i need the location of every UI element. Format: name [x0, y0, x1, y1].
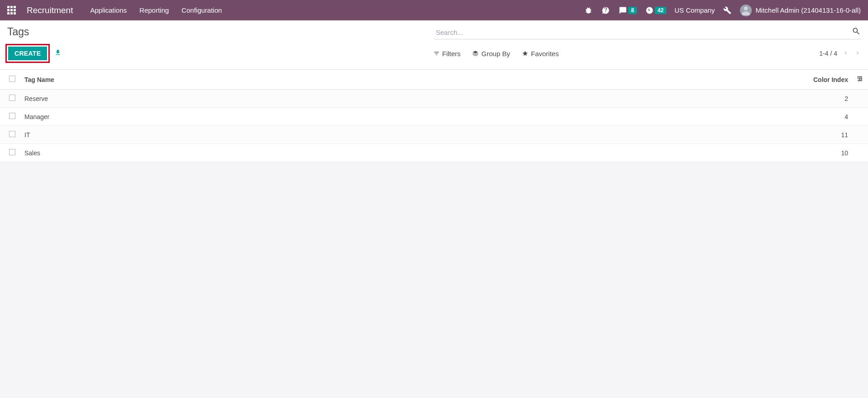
filters-button[interactable]: Filters: [433, 50, 461, 58]
messages-button[interactable]: 8: [618, 6, 637, 15]
cell-color: 4: [415, 108, 852, 126]
filter-icon: [433, 50, 440, 57]
clock-icon: [645, 6, 654, 15]
svg-rect-7: [858, 80, 859, 81]
svg-point-5: [859, 80, 860, 82]
pager-prev[interactable]: [843, 50, 849, 58]
svg-rect-2: [859, 77, 863, 77]
control-panel: Tags CREATE Filters Group By F: [0, 20, 868, 70]
col-color-index[interactable]: Color Index: [415, 70, 852, 90]
groupby-label: Group By: [481, 50, 510, 58]
page-title: Tags: [7, 26, 29, 38]
messages-icon: [618, 6, 627, 15]
row-checkbox[interactable]: [9, 113, 15, 119]
nav-configuration[interactable]: Configuration: [181, 6, 222, 14]
favorites-button[interactable]: Favorites: [522, 50, 559, 58]
svg-point-0: [744, 6, 748, 10]
cell-color: 2: [415, 90, 852, 108]
cell-name: Reserve: [20, 90, 415, 108]
company-switcher[interactable]: US Company: [674, 6, 715, 14]
layers-icon: [472, 50, 479, 57]
debug-icon[interactable]: [584, 6, 593, 15]
cell-color: 10: [415, 144, 852, 162]
svg-rect-6: [860, 80, 862, 81]
column-options-icon[interactable]: [856, 77, 863, 84]
groupby-button[interactable]: Group By: [472, 50, 510, 58]
cell-name: Manager: [20, 108, 415, 126]
avatar: [740, 5, 752, 16]
activities-button[interactable]: 42: [645, 6, 666, 15]
support-icon[interactable]: [601, 6, 610, 15]
user-menu[interactable]: Mitchell Admin (21404131-16-0-all): [740, 5, 861, 16]
select-all-checkbox[interactable]: [9, 76, 15, 82]
table-row[interactable]: Sales 10: [0, 144, 868, 162]
create-highlight: CREATE: [5, 44, 50, 63]
nav-reporting[interactable]: Reporting: [139, 6, 169, 14]
top-navbar: Recruitment Applications Reporting Confi…: [0, 0, 868, 20]
tags-table: Tag Name Color Index Reserve 2 Manager 4…: [0, 70, 868, 162]
cell-name: IT: [20, 126, 415, 144]
pager-range[interactable]: 1-4 / 4: [819, 50, 837, 57]
chevron-right-icon: [854, 50, 861, 56]
search-icon[interactable]: [852, 27, 861, 38]
user-name: Mitchell Admin (21404131-16-0-all): [755, 6, 861, 14]
row-checkbox[interactable]: [9, 149, 15, 155]
svg-point-3: [861, 78, 863, 80]
table-row[interactable]: Reserve 2: [0, 90, 868, 108]
star-icon: [522, 50, 528, 57]
cell-name: Sales: [20, 144, 415, 162]
messages-badge: 8: [628, 7, 637, 14]
chevron-left-icon: [843, 50, 849, 56]
app-title[interactable]: Recruitment: [27, 5, 73, 15]
cell-color: 11: [415, 126, 852, 144]
table-row[interactable]: IT 11: [0, 126, 868, 144]
pager-next[interactable]: [854, 50, 861, 58]
table-row[interactable]: Manager 4: [0, 108, 868, 126]
create-button[interactable]: CREATE: [8, 47, 47, 60]
svg-point-1: [858, 77, 859, 78]
tools-icon[interactable]: [723, 6, 732, 15]
export-button[interactable]: [54, 49, 62, 58]
favorites-label: Favorites: [531, 50, 559, 58]
search-input[interactable]: [434, 26, 861, 39]
filters-label: Filters: [442, 50, 461, 58]
row-checkbox[interactable]: [9, 95, 15, 101]
activities-badge: 42: [655, 7, 666, 14]
nav-applications[interactable]: Applications: [90, 6, 127, 14]
svg-rect-4: [858, 78, 861, 79]
apps-menu-icon[interactable]: [7, 6, 16, 14]
col-tag-name[interactable]: Tag Name: [20, 70, 415, 90]
row-checkbox[interactable]: [9, 131, 15, 137]
